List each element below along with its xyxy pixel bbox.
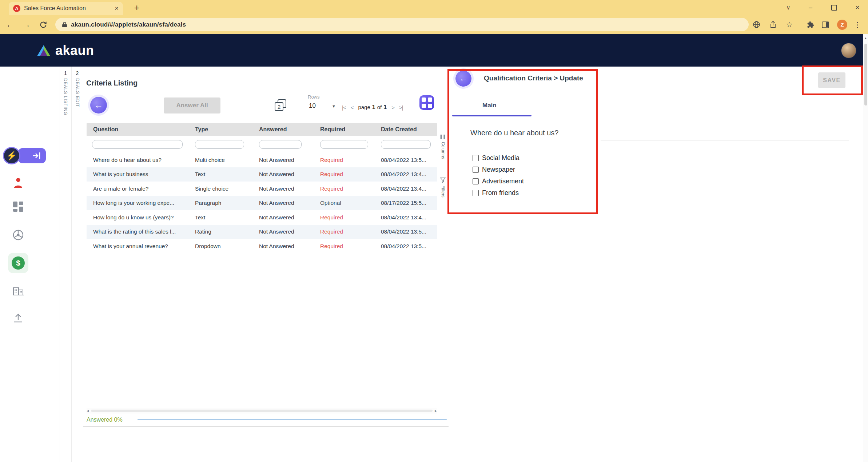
- tab-main[interactable]: Main: [482, 102, 497, 109]
- copy-pages-icon[interactable]: 2: [274, 99, 287, 112]
- cell-answered: Not Answered: [259, 239, 294, 254]
- screen: A Sales Force Automation × + ∨ – × ← → a…: [0, 0, 868, 462]
- table-row[interactable]: What is your business Text Not Answered …: [87, 167, 437, 182]
- copy-count: 2: [278, 104, 280, 110]
- profile-avatar[interactable]: Z: [837, 15, 848, 34]
- scroll-left-icon[interactable]: ◂: [87, 408, 89, 413]
- cell-date: 08/04/2022 13:4...: [381, 210, 426, 225]
- new-tab-button[interactable]: +: [131, 2, 143, 13]
- qualification-update-panel: ← Qualification Criteria > Update Main W…: [449, 67, 863, 462]
- window-maximize-button[interactable]: [829, 0, 840, 15]
- browser-reload-button[interactable]: [38, 15, 49, 34]
- sales-applet-icon-active[interactable]: $: [8, 253, 28, 273]
- of-word: of: [377, 104, 382, 110]
- columns-grip-icon[interactable]: [440, 135, 445, 139]
- cell-type: Paragraph: [195, 196, 221, 211]
- bookmark-star-icon[interactable]: ☆: [784, 15, 795, 34]
- login-pill-button[interactable]: [18, 148, 46, 163]
- tab-deals-edit[interactable]: 2 DEALS EDIT: [71, 67, 83, 462]
- page-scrollbar-thumb[interactable]: [864, 44, 867, 105]
- filter-date-input[interactable]: [381, 140, 431, 149]
- filters-control[interactable]: Filters: [441, 186, 446, 198]
- criteria-back-button[interactable]: ←: [90, 97, 107, 113]
- filter-funnel-icon[interactable]: [440, 178, 446, 184]
- cell-question: Where do u hear about us?: [93, 153, 162, 167]
- red-applet-icon[interactable]: [7, 171, 30, 195]
- table-row[interactable]: What is the rating of this sales l... Ra…: [87, 225, 437, 239]
- scrollbar-thumb[interactable]: [91, 410, 433, 412]
- table-horizontal-scrollbar[interactable]: ◂ ▸: [87, 408, 437, 414]
- cell-date: 08/17/2022 15:5...: [381, 196, 426, 211]
- cell-answered: Not Answered: [259, 225, 294, 239]
- answer-all-button[interactable]: Answer All: [164, 97, 220, 113]
- tab-label: DEALS EDIT: [75, 78, 80, 107]
- tab-close-icon[interactable]: ×: [115, 4, 119, 12]
- side-panel-icon[interactable]: [820, 15, 831, 34]
- company-applet-icon[interactable]: [7, 279, 30, 302]
- user-avatar[interactable]: [841, 43, 856, 58]
- col-date-created[interactable]: Date Created: [381, 123, 417, 136]
- table-row[interactable]: What is your annual revenue? Dropdown No…: [87, 239, 437, 254]
- save-button[interactable]: SAVE: [818, 72, 845, 88]
- option-row: From friends: [473, 187, 524, 199]
- page-scrollbar[interactable]: ▲: [863, 34, 868, 462]
- cell-question: Are u male or female?: [93, 182, 149, 196]
- cell-type: Multi choice: [195, 153, 225, 167]
- checkbox-newspaper[interactable]: [473, 167, 479, 173]
- filter-question-input[interactable]: [92, 140, 183, 149]
- upload-applet-icon[interactable]: [7, 307, 30, 330]
- browser-tab[interactable]: A Sales Force Automation ×: [9, 2, 123, 15]
- cell-type: Text: [195, 167, 205, 182]
- table-row[interactable]: How long do u know us (years)? Text Not …: [87, 210, 437, 225]
- table-row[interactable]: Where do u hear about us? Multi choice N…: [87, 153, 437, 167]
- tab-deals-listing[interactable]: 1 DEALS LISTING: [60, 67, 71, 462]
- rows-per-page-select[interactable]: Rows 10 ▼: [307, 93, 338, 114]
- table-row[interactable]: How long is your working expe... Paragra…: [87, 196, 437, 211]
- filter-required-input[interactable]: [320, 140, 368, 149]
- filter-type-input[interactable]: [195, 140, 244, 149]
- col-required[interactable]: Required: [320, 123, 345, 136]
- col-answered[interactable]: Answered: [259, 123, 287, 136]
- col-type[interactable]: Type: [195, 123, 208, 136]
- filter-answered-input[interactable]: [259, 140, 302, 149]
- cell-type: Single choice: [195, 182, 228, 196]
- question-label: Where do u hear about us?: [470, 129, 558, 137]
- browser-forward-button[interactable]: →: [21, 15, 32, 34]
- grid-view-button[interactable]: [419, 95, 434, 110]
- wheel-applet-icon[interactable]: [7, 223, 30, 247]
- share-icon[interactable]: [768, 15, 779, 34]
- next-page-button[interactable]: >: [391, 104, 394, 111]
- cell-question: What is your annual revenue?: [93, 239, 168, 254]
- scroll-up-icon[interactable]: ▲: [863, 36, 868, 40]
- option-label: From friends: [482, 189, 519, 197]
- browser-chevron-button[interactable]: ∨: [783, 0, 794, 15]
- last-page-button[interactable]: >|: [399, 104, 403, 111]
- col-question[interactable]: Question: [93, 123, 118, 136]
- columns-control[interactable]: Columns: [441, 142, 446, 159]
- table-filter-row: [87, 138, 437, 151]
- criteria-listing-panel: Criteria Listing ← Answer All 2 Rows 10 …: [83, 67, 449, 462]
- tab-number: 2: [72, 70, 83, 76]
- table-row[interactable]: Are u male or female? Single choice Not …: [87, 182, 437, 196]
- checkbox-advertisement[interactable]: [473, 178, 479, 184]
- checkbox-from-friends[interactable]: [473, 190, 479, 196]
- dashboard-applet-icon[interactable]: [7, 195, 30, 218]
- browser-back-button[interactable]: ←: [5, 15, 16, 34]
- option-label: Advertisement: [482, 178, 524, 185]
- translate-icon[interactable]: [751, 15, 762, 34]
- extensions-puzzle-icon[interactable]: [805, 15, 816, 34]
- url-bar[interactable]: akaun.cloud/#/applets/akaun/sfa/deals: [55, 18, 749, 31]
- first-page-button[interactable]: |<: [342, 104, 346, 111]
- window-minimize-button[interactable]: –: [805, 0, 816, 15]
- app-header: akaun: [0, 34, 863, 67]
- maximize-icon: [831, 5, 837, 11]
- cell-answered: Not Answered: [259, 210, 294, 225]
- prev-page-button[interactable]: <: [351, 104, 354, 111]
- cell-date: 08/04/2022 13:4...: [381, 167, 426, 182]
- checkbox-social-media[interactable]: [473, 155, 479, 161]
- detail-back-button[interactable]: ←: [455, 71, 471, 87]
- window-close-button[interactable]: ×: [852, 0, 863, 15]
- lightning-applet-icon[interactable]: ⚡: [3, 147, 20, 164]
- tab-number: 1: [60, 70, 71, 76]
- menu-dots-icon[interactable]: ⋮: [852, 15, 863, 34]
